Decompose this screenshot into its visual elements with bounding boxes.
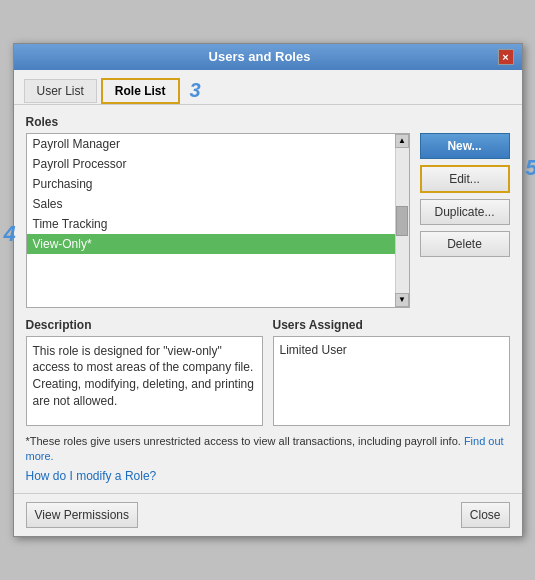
dialog-title: Users and Roles: [22, 49, 498, 64]
buttons-wrapper: 5 New... Edit... Duplicate... Delete: [420, 133, 510, 308]
roles-panel: 4 Payroll Manager Payroll Processor Purc…: [26, 133, 410, 308]
delete-button[interactable]: Delete: [420, 231, 510, 257]
tab-role-list[interactable]: Role List: [101, 78, 180, 104]
buttons-panel: New... Edit... Duplicate... Delete: [420, 133, 510, 257]
step-badge-5: 5: [525, 155, 535, 181]
description-text: This role is designed for "view-only" ac…: [26, 336, 263, 426]
edit-button[interactable]: Edit...: [420, 165, 510, 193]
description-box: Description This role is designed for "v…: [26, 318, 263, 426]
step-badge-3: 3: [190, 79, 201, 102]
list-item[interactable]: Payroll Processor: [27, 154, 395, 174]
content-area: Roles 4 Payroll Manager Payroll Processo…: [14, 105, 522, 494]
close-button[interactable]: Close: [461, 502, 510, 528]
user-item: Limited User: [280, 343, 503, 357]
list-item[interactable]: Purchasing: [27, 174, 395, 194]
tab-user-list[interactable]: User List: [24, 79, 97, 103]
roles-section-label: Roles: [26, 115, 510, 129]
footnote-text: *These roles give users unrestricted acc…: [26, 435, 461, 447]
roles-list: Payroll Manager Payroll Processor Purcha…: [27, 134, 395, 307]
scroll-thumb[interactable]: [396, 206, 408, 236]
how-to-modify-link[interactable]: How do I modify a Role?: [26, 469, 157, 483]
scroll-track: [396, 148, 409, 293]
description-area: Description This role is designed for "v…: [26, 318, 510, 426]
description-label: Description: [26, 318, 263, 332]
main-area: 4 Payroll Manager Payroll Processor Purc…: [26, 133, 510, 308]
footnote: *These roles give users unrestricted acc…: [26, 434, 510, 465]
users-list: Limited User: [273, 336, 510, 426]
footer: View Permissions Close: [14, 493, 522, 536]
step-badge-4: 4: [4, 221, 16, 247]
title-bar: Users and Roles ×: [14, 44, 522, 70]
close-icon[interactable]: ×: [498, 49, 514, 65]
list-item[interactable]: Sales: [27, 194, 395, 214]
duplicate-button[interactable]: Duplicate...: [420, 199, 510, 225]
list-item[interactable]: Time Tracking: [27, 214, 395, 234]
scroll-up-button[interactable]: ▲: [395, 134, 409, 148]
new-button[interactable]: New...: [420, 133, 510, 159]
users-assigned-label: Users Assigned: [273, 318, 510, 332]
list-item-selected[interactable]: View-Only*: [27, 234, 395, 254]
roles-list-container: Payroll Manager Payroll Processor Purcha…: [26, 133, 410, 308]
users-assigned-box: Users Assigned Limited User: [273, 318, 510, 426]
list-item[interactable]: Payroll Manager: [27, 134, 395, 154]
scrollbar[interactable]: ▲ ▼: [395, 134, 409, 307]
scroll-down-button[interactable]: ▼: [395, 293, 409, 307]
users-and-roles-dialog: Users and Roles × User List Role List 3 …: [13, 43, 523, 538]
view-permissions-button[interactable]: View Permissions: [26, 502, 138, 528]
tabs-container: User List Role List 3: [14, 70, 522, 105]
